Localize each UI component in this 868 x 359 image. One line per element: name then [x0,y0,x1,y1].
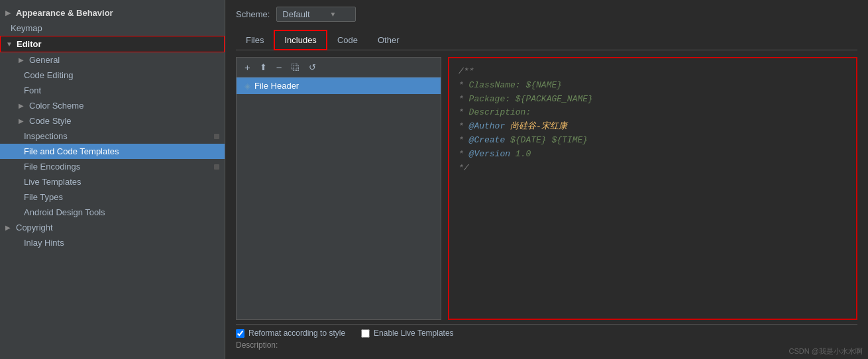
code-line-4: * Description: [459,106,847,120]
live-templates-checkbox-item[interactable]: Enable Live Templates [361,329,454,338]
chevron-icon: ▶ [5,9,13,17]
mini-icon-inspections [214,134,219,139]
file-item-label: File Header [254,81,299,91]
file-list: ◈ File Header [237,77,441,319]
sidebar-item-font[interactable]: Font [0,83,225,98]
sidebar-item-live-templates[interactable]: Live Templates [0,174,225,189]
main-content: Scheme: Default ▼ Files Includes Code Ot… [225,0,868,359]
code-line-3: * Package: ${PACKAGE_NAME} [459,93,847,107]
live-templates-checkbox[interactable] [361,329,370,338]
mini-icon-encodings [214,164,219,170]
tabs-row: Files Includes Code Other [236,30,857,50]
sidebar-item-file-and-code-templates[interactable]: File and Code Templates [0,144,225,159]
copy-button[interactable]: ⬆ [257,61,270,74]
tab-other[interactable]: Other [368,30,409,50]
reset-button[interactable]: ↺ [306,61,319,74]
sidebar-item-inlay-hints[interactable]: Inlay Hints [0,235,225,250]
code-editor[interactable]: /** * ClassName: ${NAME} * Package: ${PA… [448,57,857,320]
code-line-6: * @Create ${DATE} ${TIME} [459,134,847,148]
watermark: CSDN @我是小水水啊 [789,346,863,356]
chevron-right-icon-cs: ▶ [19,102,27,109]
bottom-bar: Reformat according to style Enable Live … [236,324,857,338]
dropdown-arrow-icon: ▼ [330,11,337,18]
tab-includes[interactable]: Includes [274,30,327,50]
add-button[interactable]: + [242,60,253,74]
file-item-header[interactable]: ◈ File Header [237,77,441,94]
sidebar-item-file-encodings[interactable]: File Encodings [0,159,225,174]
duplicate-button[interactable]: ⿻ [289,62,302,74]
description-label: Description: [236,338,857,352]
sidebar-item-code-style[interactable]: ▶ Code Style [0,113,225,128]
chevron-right-icon: ▶ [19,56,27,64]
code-line-1: /** [459,65,847,79]
sidebar-item-inspections[interactable]: Inspections [0,128,225,144]
scheme-label: Scheme: [236,9,270,19]
reformat-label: Reformat according to style [248,329,345,338]
scheme-row: Scheme: Default ▼ [236,7,857,22]
chevron-down-icon: ▼ [6,40,14,48]
sidebar-item-file-types[interactable]: File Types [0,189,225,205]
sidebar-item-appearance[interactable]: ▶ Appearance & Behavior [0,5,225,21]
scheme-value: Default [282,9,309,19]
code-line-2: * ClassName: ${NAME} [459,79,847,93]
sidebar-item-keymap[interactable]: Keymap [0,21,225,36]
file-toolbar: + ⬆ − ⿻ ↺ [237,58,441,77]
tab-files[interactable]: Files [236,30,274,50]
sidebar-item-copyright[interactable]: ▶ Copyright [0,220,225,235]
live-templates-label: Enable Live Templates [374,329,454,338]
file-panel: + ⬆ − ⿻ ↺ ◈ File Header [236,57,441,320]
code-line-7: * @Version 1.0 [459,148,847,162]
sidebar-item-color-scheme[interactable]: ▶ Color Scheme [0,98,225,113]
reformat-checkbox[interactable] [236,329,244,338]
content-area: + ⬆ − ⿻ ↺ ◈ File Header /** * ClassName:… [236,57,857,320]
chevron-right-icon-cp: ▶ [5,224,13,231]
code-line-5: * @Author 尚硅谷-宋红康 [459,120,847,134]
chevron-right-icon-cst: ▶ [19,117,27,125]
remove-button[interactable]: − [274,60,285,74]
reformat-checkbox-item[interactable]: Reformat according to style [236,329,345,338]
sidebar-item-general[interactable]: ▶ General [0,52,225,68]
sidebar-item-editor[interactable]: ▼ Editor [0,36,225,52]
code-line-8: */ [459,162,847,176]
file-icon: ◈ [244,81,250,91]
settings-sidebar: ▶ Appearance & Behavior Keymap ▼ Editor … [0,0,225,359]
sidebar-item-code-editing[interactable]: Code Editing [0,68,225,83]
tab-code[interactable]: Code [327,30,368,50]
sidebar-item-android-design-tools[interactable]: Android Design Tools [0,205,225,220]
scheme-dropdown[interactable]: Default ▼ [276,7,356,22]
